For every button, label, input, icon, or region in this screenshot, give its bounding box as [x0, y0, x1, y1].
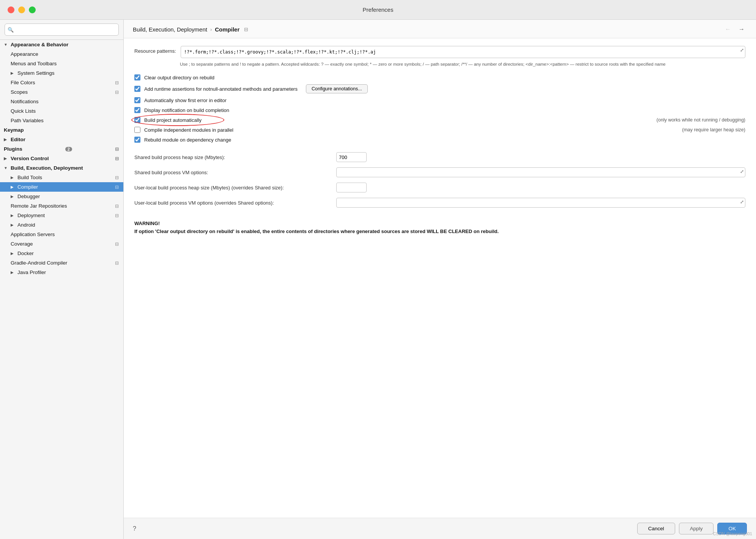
cancel-button[interactable]: Cancel: [637, 523, 675, 534]
user-heap-label: User-local build process heap size (Mbyt…: [134, 185, 332, 191]
table-icon: ⊟: [115, 213, 119, 218]
chevron-down-icon: ▼: [4, 166, 8, 170]
sidebar-item-version-control[interactable]: ▶ Version Control ⊟: [0, 154, 123, 163]
sidebar-label: Gradle-Android Compiler: [11, 260, 67, 266]
sidebar-label: Coverage: [11, 241, 33, 247]
breadcrumb-parent[interactable]: Build, Execution, Deployment: [133, 26, 207, 33]
breadcrumb: Build, Execution, Deployment › Compiler …: [133, 26, 248, 33]
checkbox-show-error: Automatically show first error in editor: [134, 97, 745, 103]
checkbox-build-auto-row: Build project automatically (only works …: [134, 117, 745, 123]
sidebar-item-menus-toolbars[interactable]: Menus and Toolbars: [0, 59, 123, 68]
show-first-error-checkbox[interactable]: [134, 97, 140, 103]
sidebar-item-path-variables[interactable]: Path Variables: [0, 116, 123, 125]
chevron-right-icon: ▶: [11, 251, 15, 255]
user-vm-label: User-local build process VM options (ove…: [134, 200, 332, 206]
rebuild-dependency-checkbox[interactable]: [134, 137, 140, 143]
configure-annotations-button[interactable]: Configure annotations...: [306, 84, 368, 93]
user-vm-row: User-local build process VM options (ove…: [134, 198, 745, 208]
clear-output-checkbox[interactable]: [134, 74, 140, 80]
expand-icon[interactable]: ⤢: [740, 47, 744, 53]
user-vm-input[interactable]: [336, 198, 745, 208]
sidebar-item-scopes[interactable]: Scopes ⊟: [0, 87, 123, 97]
maximize-button[interactable]: [29, 6, 36, 13]
chevron-down-icon: ▼: [4, 43, 8, 47]
sidebar-item-android[interactable]: ▶ Android: [0, 220, 123, 230]
vm-options-input[interactable]: [336, 167, 745, 177]
search-icon: 🔍: [8, 27, 14, 33]
resource-patterns-label: Resource patterns:: [134, 46, 176, 54]
sidebar-item-application-servers[interactable]: Application Servers: [0, 230, 123, 239]
expand-icon[interactable]: ⤢: [740, 199, 744, 205]
sidebar-label: Java Profiler: [17, 270, 46, 275]
sidebar-item-remote-jar[interactable]: Remote Jar Repositories ⊟: [0, 201, 123, 211]
heap-size-input[interactable]: [336, 152, 367, 162]
sidebar-label: File Colors: [11, 80, 35, 85]
forward-arrow[interactable]: →: [736, 25, 747, 33]
sidebar-label: Remote Jar Repositories: [11, 203, 67, 209]
sidebar-label: Application Servers: [11, 232, 55, 237]
sidebar-label: Scopes: [11, 89, 28, 95]
show-first-error-label: Automatically show first error in editor: [144, 98, 227, 103]
sidebar-item-system-settings[interactable]: ▶ System Settings: [0, 68, 123, 78]
sidebar-label: Keymap: [4, 127, 24, 133]
window-controls[interactable]: [8, 6, 36, 13]
sidebar-item-editor[interactable]: ▶ Editor: [0, 135, 123, 144]
footer: ? Cancel Apply OK: [124, 518, 756, 539]
sidebar-item-notifications[interactable]: Notifications: [0, 97, 123, 106]
compile-parallel-note: (may require larger heap size): [682, 127, 745, 132]
sidebar-label: Build Tools: [17, 175, 42, 180]
build-auto-note: (only works while not running / debuggin…: [657, 117, 745, 123]
sidebar-item-build-tools[interactable]: ▶ Build Tools ⊟: [0, 173, 123, 182]
sidebar-label: Compiler: [17, 184, 38, 190]
apply-button[interactable]: Apply: [679, 523, 714, 534]
sidebar-item-compiler[interactable]: ▶ Compiler ⊟: [0, 182, 123, 192]
window-title: Preferences: [363, 6, 394, 13]
sidebar-item-coverage[interactable]: Coverage ⊟: [0, 239, 123, 249]
user-heap-input[interactable]: [336, 183, 367, 192]
sidebar-item-gradle-android[interactable]: Gradle-Android Compiler ⊟: [0, 258, 123, 268]
table-icon: ⊟: [115, 203, 119, 209]
sidebar-item-keymap[interactable]: Keymap: [0, 125, 123, 135]
sidebar-label: Path Variables: [11, 118, 44, 123]
minimize-button[interactable]: [18, 6, 25, 13]
close-button[interactable]: [8, 6, 14, 13]
resource-patterns-input[interactable]: [181, 46, 745, 58]
checkbox-compile-parallel-row: Compile independent modules in parallel …: [134, 127, 745, 133]
build-auto-checkbox[interactable]: [134, 117, 140, 123]
add-assertions-checkbox[interactable]: [134, 86, 140, 92]
sidebar-item-plugins[interactable]: Plugins 2 ⊟: [0, 144, 123, 154]
table-icon: ⊟: [115, 156, 119, 161]
expand-icon[interactable]: ⤢: [740, 169, 744, 174]
table-icon: ⊟: [115, 147, 119, 152]
chevron-right-icon: ▶: [11, 213, 15, 217]
sidebar-item-debugger[interactable]: ▶ Debugger: [0, 192, 123, 201]
plugins-badge: 2: [65, 147, 72, 151]
sidebar-item-file-colors[interactable]: File Colors ⊟: [0, 78, 123, 87]
sidebar-nav: ▼ Appearance & Behavior Appearance Menus…: [0, 40, 123, 539]
compile-parallel-checkbox[interactable]: [134, 127, 140, 133]
table-icon: ⊟: [115, 80, 119, 85]
back-arrow[interactable]: ←: [723, 25, 733, 33]
breadcrumb-separator: ›: [210, 27, 212, 32]
main-container: 🔍 ▼ Appearance & Behavior Appearance Men…: [0, 20, 756, 539]
sidebar-item-appearance[interactable]: Appearance: [0, 49, 123, 59]
table-icon: ⊟: [115, 90, 119, 95]
checkbox-add-assertions: Add runtime assertions for notnull-annot…: [134, 84, 745, 93]
sidebar-item-appearance-behavior[interactable]: ▼ Appearance & Behavior: [0, 40, 123, 49]
sidebar-label: Version Control: [11, 156, 49, 161]
warning-title: WARNING!: [134, 221, 160, 226]
sidebar-item-deployment[interactable]: ▶ Deployment ⊟: [0, 211, 123, 220]
sidebar-item-docker[interactable]: ▶ Docker: [0, 249, 123, 258]
warning-box: WARNING! If option 'Clear output directo…: [134, 220, 745, 236]
heap-size-label: Shared build process heap size (Mbytes):: [134, 154, 332, 160]
chevron-right-icon: ▶: [11, 270, 15, 274]
search-box: 🔍: [0, 20, 123, 40]
sidebar-item-quick-lists[interactable]: Quick Lists: [0, 106, 123, 116]
display-notification-checkbox[interactable]: [134, 107, 140, 113]
user-heap-row: User-local build process heap size (Mbyt…: [134, 183, 745, 192]
vm-options-wrap: ⤢: [336, 167, 745, 177]
sidebar-item-build-exec-deploy[interactable]: ▼ Build, Execution, Deployment: [0, 163, 123, 173]
search-input[interactable]: [5, 24, 119, 36]
help-icon[interactable]: ?: [133, 525, 136, 532]
sidebar-item-java-profiler[interactable]: ▶ Java Profiler: [0, 268, 123, 277]
